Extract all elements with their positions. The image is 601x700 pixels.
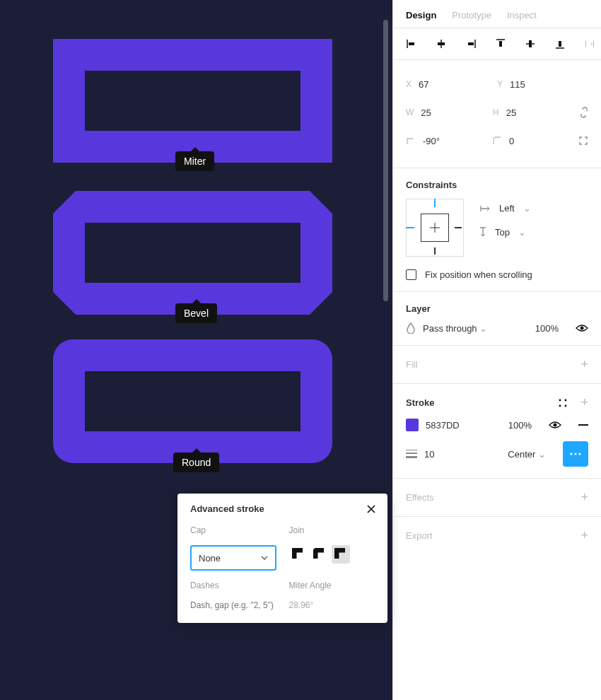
h-input[interactable]: 25 — [506, 107, 516, 118]
stroke-color-swatch[interactable] — [406, 419, 419, 431]
svg-rect-1 — [438, 42, 445, 45]
close-icon[interactable] — [366, 504, 376, 514]
constraints-widget[interactable] — [406, 199, 464, 257]
independent-corners-icon[interactable] — [578, 136, 588, 146]
join-round-button[interactable] — [332, 545, 350, 564]
stroke-styles-icon[interactable] — [558, 398, 568, 408]
align-vcenter-icon[interactable] — [525, 38, 536, 49]
svg-point-18 — [578, 453, 580, 455]
advanced-stroke-popover: Advanced stroke Cap Join None — [177, 494, 387, 623]
panel-tabs: Design Prototype Inspect — [393, 0, 601, 28]
tab-inspect[interactable]: Inspect — [507, 10, 537, 21]
add-effect-button[interactable] — [580, 490, 588, 505]
svg-point-10 — [565, 404, 567, 407]
svg-point-7 — [559, 399, 561, 401]
add-stroke-button[interactable] — [580, 395, 588, 410]
inspector-panel: Design Prototype Inspect X67 Y115 W25 H2… — [392, 0, 601, 700]
miter-angle-label: Miter Angle — [289, 581, 375, 590]
dashes-label: Dashes — [190, 581, 276, 590]
svg-rect-12 — [578, 424, 588, 426]
tab-design[interactable]: Design — [406, 10, 436, 21]
svg-rect-0 — [409, 42, 414, 45]
join-label: Join — [289, 525, 375, 535]
w-label: W — [406, 107, 414, 117]
align-top-icon[interactable] — [495, 38, 506, 49]
shape-miter[interactable] — [53, 39, 332, 163]
effects-section: Effects — [393, 479, 601, 517]
tooltip-miter: Miter — [175, 151, 214, 171]
shape-bevel[interactable] — [53, 191, 332, 315]
distribute-icon[interactable] — [584, 38, 595, 49]
y-input[interactable]: 115 — [510, 79, 525, 90]
stroke-section: Stroke 5837DD 100% 10 Center ⌄ — [393, 384, 601, 479]
chevron-down-icon: ⌄ — [518, 227, 526, 238]
layer-title: Layer — [406, 303, 431, 314]
layer-opacity-input[interactable]: 100% — [535, 323, 559, 334]
canvas-scrollbar[interactable] — [383, 20, 388, 301]
advanced-stroke-button[interactable] — [563, 441, 588, 467]
fill-title: Fill — [406, 359, 418, 370]
rotation-input[interactable]: -90° — [423, 136, 440, 146]
constrain-proportions-icon[interactable] — [580, 106, 588, 119]
svg-point-11 — [554, 424, 557, 427]
stroke-opacity-input[interactable]: 100% — [508, 420, 532, 431]
svg-point-16 — [570, 453, 572, 455]
constraint-horizontal-select[interactable]: Left ⌄ — [479, 203, 531, 214]
svg-point-9 — [559, 404, 561, 407]
dashes-input[interactable] — [190, 600, 276, 610]
corner-radius-input[interactable]: 0 — [509, 136, 514, 146]
align-hcenter-icon[interactable] — [436, 38, 447, 49]
eye-icon[interactable] — [549, 421, 561, 429]
rotation-icon — [406, 136, 416, 146]
tab-prototype[interactable]: Prototype — [452, 10, 491, 21]
chevron-down-icon — [261, 556, 268, 560]
shape-round[interactable] — [53, 339, 332, 463]
align-left-icon[interactable] — [406, 38, 417, 49]
constraint-vertical-select[interactable]: Top ⌄ — [479, 226, 531, 238]
y-label: Y — [497, 79, 503, 89]
fix-position-label: Fix position when scrolling — [425, 269, 532, 280]
join-miter-button[interactable] — [289, 545, 308, 564]
tooltip-round: Round — [173, 453, 219, 472]
remove-stroke-button[interactable] — [578, 424, 588, 426]
svg-rect-15 — [406, 456, 417, 458]
canvas[interactable]: Miter Bevel Round Advanced stroke Cap Jo… — [0, 0, 392, 700]
constraints-section: Constraints Left ⌄ Top ⌄ — [393, 168, 601, 292]
w-input[interactable]: 25 — [421, 107, 431, 118]
align-bottom-icon[interactable] — [554, 38, 566, 49]
svg-rect-5 — [559, 41, 561, 47]
join-bevel-button[interactable] — [310, 545, 329, 564]
eye-icon[interactable] — [576, 324, 588, 332]
popover-title: Advanced stroke — [190, 503, 264, 514]
add-export-button[interactable] — [580, 528, 588, 543]
svg-rect-2 — [468, 42, 474, 45]
export-title: Export — [406, 530, 433, 541]
align-right-icon[interactable] — [465, 38, 477, 49]
chevron-down-icon: ⌄ — [523, 203, 531, 214]
stroke-align-select[interactable]: Center ⌄ — [508, 449, 546, 460]
cap-label: Cap — [190, 525, 276, 535]
stroke-weight-icon — [406, 450, 417, 458]
corner-radius-icon — [492, 136, 502, 146]
constraints-title: Constraints — [406, 180, 457, 190]
add-fill-button[interactable] — [580, 357, 588, 372]
svg-point-17 — [574, 453, 576, 455]
export-section: Export — [393, 517, 601, 554]
x-input[interactable]: 67 — [419, 79, 428, 90]
svg-rect-13 — [406, 450, 417, 450]
x-label: X — [406, 79, 412, 89]
stroke-color-hex[interactable]: 5837DD — [426, 420, 460, 431]
tooltip-bevel: Bevel — [175, 303, 217, 323]
blend-mode-icon[interactable] — [406, 322, 416, 334]
alignment-toolbar — [393, 28, 601, 60]
svg-rect-4 — [529, 40, 532, 47]
h-label: H — [493, 107, 499, 117]
stroke-weight-input[interactable]: 10 — [424, 449, 434, 460]
miter-angle-value: 28.96° — [289, 600, 375, 610]
cap-select[interactable]: None — [190, 545, 276, 571]
constraint-vertical-value: Top — [495, 227, 510, 238]
svg-rect-14 — [406, 453, 417, 454]
constraint-horizontal-value: Left — [499, 203, 515, 214]
fix-position-checkbox[interactable] — [406, 269, 416, 280]
blend-mode-select[interactable]: Pass through ⌄ — [423, 323, 487, 334]
